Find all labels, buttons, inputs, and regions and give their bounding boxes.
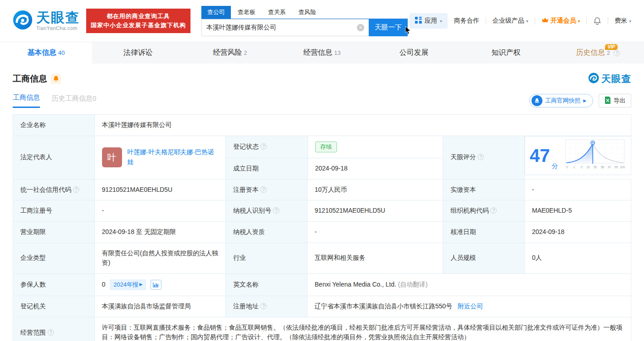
score-value: 47 bbox=[530, 146, 550, 165]
table-row-business-term: 营业期限 2024-09-18 至 无固定期限 纳税人资质 - 核准日期 202… bbox=[13, 221, 631, 243]
reg-authority-value: 本溪满族自治县市场监督管理局 bbox=[94, 296, 226, 317]
tab-count: 2 bbox=[607, 49, 610, 56]
tab-operation-info[interactable]: 经营信息 13 bbox=[276, 42, 368, 63]
annual-report-chip[interactable]: 2024年报 ▶ bbox=[110, 279, 146, 290]
search-tab-risk[interactable]: 查风险 bbox=[293, 6, 322, 19]
section-title: 工商信息 bbox=[13, 73, 47, 85]
question-icon[interactable]: ? bbox=[48, 329, 54, 336]
watermark-text: 天眼查 bbox=[601, 73, 631, 85]
official-snapshot-button[interactable]: 工商官网快照 ▶ bbox=[529, 94, 593, 107]
status-date-subgrid: 登记状态? 存续 成立日期 2024-09-18 bbox=[226, 136, 443, 179]
tab-history-info[interactable]: VIP 历史信息 2 ? bbox=[552, 42, 644, 63]
tab-company-development[interactable]: 公司发展 bbox=[368, 42, 460, 63]
table-row-legal-rep: 法定代表人 叶 叶莲娜·叶夫格尼耶夫娜·巴热诺娃 登记状态? 存续 成立日期 bbox=[13, 136, 631, 179]
question-icon[interactable]: ? bbox=[73, 186, 79, 193]
tab-intellectual-property[interactable]: 知识产权 bbox=[460, 42, 552, 63]
search-tab-company[interactable]: 查公司 bbox=[201, 6, 231, 19]
nav-cooperation[interactable]: 商务合作 bbox=[454, 17, 479, 25]
field-label: 登记状态? bbox=[226, 136, 307, 158]
question-icon[interactable]: ? bbox=[614, 50, 620, 56]
stamp-icon bbox=[532, 95, 542, 106]
reg-number-value: - bbox=[94, 200, 226, 222]
slogan-banner: 都在用的商业查询工具 国家中小企业发展子基金旗下机构 bbox=[86, 9, 190, 33]
tab-legal-litigation[interactable]: 法律诉讼 bbox=[92, 42, 184, 63]
taxpayer-id-value: 91210521MAE0EHLD5U bbox=[307, 200, 443, 222]
trend-chart-icon[interactable] bbox=[151, 280, 161, 290]
tab-basic-info[interactable]: 基本信息 40 bbox=[0, 42, 92, 63]
subtab-history-business-info[interactable]: 历史工商信息0 bbox=[52, 94, 96, 107]
field-label: 企业名称 bbox=[13, 115, 95, 136]
avatar[interactable]: 叶 bbox=[102, 147, 122, 167]
notification-bell-icon[interactable] bbox=[593, 17, 601, 25]
field-label: 实缴资本 bbox=[443, 179, 525, 200]
svg-text:97: 97 bbox=[608, 166, 611, 169]
reg-address-value: 辽宁省本溪市本溪满族自治县小市镇长江路550号 bbox=[315, 302, 452, 310]
search-tab-relation[interactable]: 查关系 bbox=[262, 6, 292, 19]
table-row-company-name: 企业名称 本溪叶莲娜传媒有限公司 bbox=[13, 115, 631, 136]
question-icon[interactable]: ? bbox=[260, 186, 267, 193]
question-icon[interactable]: ? bbox=[478, 154, 484, 160]
insured-count-value: 0 bbox=[102, 281, 106, 288]
tianyancha-logo[interactable]: 天眼查 TianYanCha.com bbox=[13, 10, 80, 32]
org-code-value: MAE0EHLD-5 bbox=[525, 200, 631, 222]
divider bbox=[535, 17, 535, 24]
field-label: 组织机构代码? bbox=[443, 200, 525, 222]
username: 费米 bbox=[615, 17, 627, 25]
tab-label: 历史信息 bbox=[576, 48, 605, 58]
tyc-score-cell: 47 分 bbox=[525, 136, 631, 175]
industry-value: 互联网和相关服务 bbox=[307, 243, 443, 273]
legal-rep-link[interactable]: 叶莲娜·叶夫格尼耶夫娜·巴热诺娃 bbox=[127, 147, 219, 167]
search-button[interactable]: 天眼一下 bbox=[369, 19, 408, 36]
subtab-business-info[interactable]: 工商信息 bbox=[13, 93, 40, 108]
clear-search-icon[interactable]: × bbox=[357, 24, 364, 31]
table-row-establish-date: 成立日期 2024-09-18 bbox=[226, 158, 443, 179]
field-label: 法定代表人 bbox=[13, 136, 95, 179]
enterprise-label: 企业级产品 bbox=[493, 17, 524, 25]
field-label: 登记机关 bbox=[13, 296, 95, 317]
field-label: 企业类型 bbox=[13, 243, 95, 273]
insured-count-cell: 0 2024年报 ▶ bbox=[94, 273, 226, 296]
table-row-credit-code: 统一社会信用代码? 91210521MAE0EHLD5U 注册资本? 10万人民… bbox=[13, 179, 631, 200]
search-input[interactable] bbox=[201, 19, 369, 36]
question-icon[interactable]: ? bbox=[490, 207, 497, 214]
question-icon[interactable]: ? bbox=[260, 143, 267, 150]
export-button[interactable]: 导出 bbox=[599, 94, 631, 107]
svg-text:0: 0 bbox=[566, 166, 568, 169]
field-label: 成立日期 bbox=[226, 158, 307, 179]
snapshot-label: 工商官网快照 bbox=[545, 97, 581, 105]
slogan-line2: 国家中小企业发展子基金旗下机构 bbox=[91, 21, 186, 30]
search-tab-boss[interactable]: 查老板 bbox=[232, 6, 261, 19]
svg-text:15: 15 bbox=[586, 166, 590, 169]
chevron-down-icon: ▾ bbox=[629, 19, 631, 24]
paid-capital-value: - bbox=[525, 179, 631, 200]
nearby-companies-link[interactable]: 附近公司 bbox=[458, 302, 483, 310]
score-distribution-chart: 0 1 3 15 50 85 97 99 100 bbox=[564, 138, 626, 173]
reg-address-cell: 辽宁省本溪市本溪满族自治县小市镇长江路550号 附近公司 bbox=[307, 296, 631, 317]
english-name-cell: Benxi Yelena Media Co., Ltd. (自动翻译) bbox=[307, 273, 631, 296]
field-label: 纳税人资质 bbox=[226, 221, 307, 243]
tab-count: 40 bbox=[58, 49, 64, 56]
nav-enterprise-products[interactable]: 企业级产品 ▾ bbox=[493, 17, 528, 25]
question-icon[interactable]: ? bbox=[273, 207, 279, 214]
apps-menu[interactable]: 应用 ▾ bbox=[410, 13, 448, 29]
svg-text:99: 99 bbox=[615, 166, 618, 169]
tab-label: 经营信息 bbox=[303, 48, 332, 58]
vip-badge: VIP bbox=[605, 44, 618, 50]
nav-user-menu[interactable]: 费米 ▾ bbox=[615, 17, 631, 25]
tab-label: 经营风险 bbox=[213, 48, 242, 58]
chevron-down-icon: ▾ bbox=[440, 19, 442, 24]
field-label: 纳税人识别号? bbox=[226, 200, 307, 222]
slogan-line1: 都在用的商业查询工具 bbox=[91, 12, 186, 21]
staff-size-value: 0人 bbox=[525, 243, 631, 273]
business-info-table: 企业名称 本溪叶莲娜传媒有限公司 法定代表人 叶 叶莲娜·叶夫格尼耶夫娜·巴热诺… bbox=[13, 114, 631, 341]
business-term-value: 2024-09-18 至 无固定期限 bbox=[94, 221, 226, 243]
question-icon[interactable]: ? bbox=[260, 303, 267, 309]
table-row-business-scope: 经营范围? 许可项目：互联网直播技术服务；食品销售；食品互联网销售。（依法须经批… bbox=[13, 317, 631, 341]
nav-open-vip[interactable]: 开通会员 ▾ bbox=[542, 17, 580, 25]
field-label: 经营范围? bbox=[13, 317, 95, 341]
legal-rep-cell: 叶 叶莲娜·叶夫格尼耶夫娜·巴热诺娃 bbox=[94, 136, 226, 179]
arrow-right-icon: ▶ bbox=[583, 98, 586, 103]
monitor-bell-icon[interactable] bbox=[51, 74, 61, 84]
report-label: 2024年报 bbox=[113, 280, 138, 289]
tab-operation-risk[interactable]: 经营风险 2 bbox=[184, 42, 276, 63]
